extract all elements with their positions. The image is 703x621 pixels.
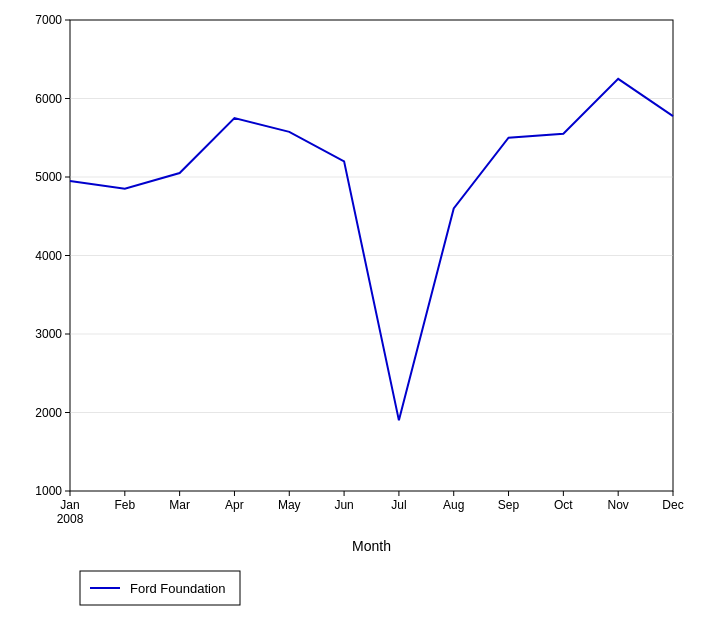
svg-text:Mar: Mar <box>169 498 190 512</box>
svg-text:Feb: Feb <box>114 498 135 512</box>
svg-text:1000: 1000 <box>35 484 62 498</box>
svg-text:Sep: Sep <box>498 498 520 512</box>
svg-text:2000: 2000 <box>35 406 62 420</box>
svg-text:6000: 6000 <box>35 92 62 106</box>
svg-text:Nov: Nov <box>608 498 629 512</box>
svg-text:Apr: Apr <box>225 498 244 512</box>
svg-text:Aug: Aug <box>443 498 464 512</box>
x-axis-label: Month <box>352 538 391 554</box>
chart-container: 1000200030004000500060007000Jan2008FebMa… <box>0 0 703 621</box>
svg-text:Jan2008: Jan2008 <box>57 498 84 526</box>
svg-text:Jun: Jun <box>334 498 353 512</box>
svg-text:May: May <box>278 498 301 512</box>
legend-label: Ford Foundation <box>130 581 225 596</box>
svg-text:4000: 4000 <box>35 249 62 263</box>
svg-text:Dec: Dec <box>662 498 683 512</box>
svg-text:5000: 5000 <box>35 170 62 184</box>
svg-text:3000: 3000 <box>35 327 62 341</box>
svg-text:Oct: Oct <box>554 498 573 512</box>
svg-text:7000: 7000 <box>35 13 62 27</box>
svg-text:Jul: Jul <box>391 498 406 512</box>
